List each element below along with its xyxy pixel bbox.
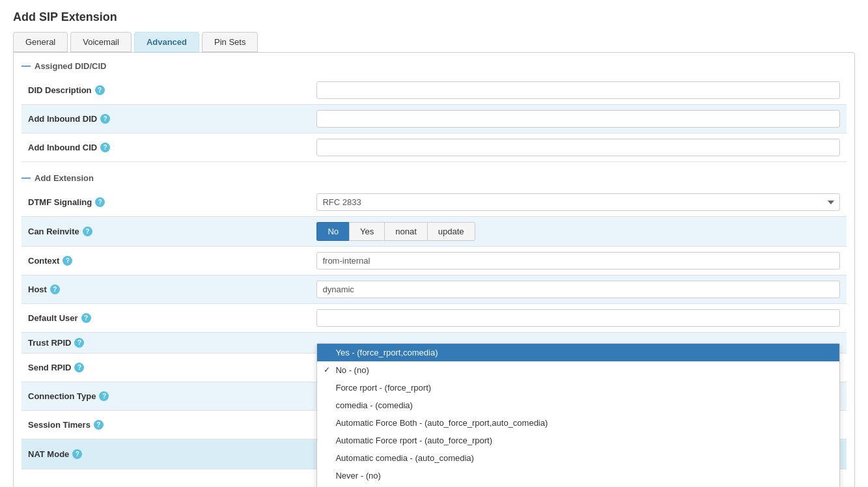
add-inbound-cid-help-icon[interactable]: ? [100,143,110,152]
dropdown-label-4: Automatic Force Both - (auto_force_rport… [335,418,548,428]
table-row: Default User ? [21,304,847,333]
can-reinvite-nonat-btn[interactable]: nonat [384,222,427,241]
can-reinvite-btngroup: No Yes nonat update [316,222,840,241]
table-row: Add Inbound DID ? [21,105,847,133]
add-extension-table: DTMF Signaling ? RFC 2833 [21,188,847,469]
dtmf-select[interactable]: RFC 2833 [316,193,840,211]
can-reinvite-yes-btn[interactable]: Yes [349,222,384,241]
session-timers-help-icon[interactable]: ? [94,420,104,430]
dropdown-item-7[interactable]: Never - (no) [317,467,839,484]
trust-rpid-row: Trust RPID ? Yes - (force_rport,comedia) [21,333,847,354]
dropdown-label-2: Force rport - (force_rport) [335,383,431,393]
can-reinvite-label: Can Reinvite ? [21,217,310,247]
assigned-did-table: DID Description ? Add Inbound DID [21,76,847,162]
context-help-icon[interactable]: ? [63,256,72,266]
table-row: DTMF Signaling ? RFC 2833 [21,188,847,217]
table-row: Add Inbound CID ? [21,133,847,162]
trust-rpid-dropdown: Yes - (force_rport,comedia) ✓ No - (no) … [316,343,840,488]
did-description-input[interactable] [316,81,840,99]
add-extension-header: — Add Extension [21,173,847,183]
dropdown-label-5: Automatic Force rport - (auto_force_rpor… [335,436,492,445]
trust-rpid-cell: Yes - (force_rport,comedia) ✓ No - (no) … [310,333,847,354]
collapse-did-icon[interactable]: — [21,61,31,71]
table-row: Host ? [21,275,847,304]
dropdown-item-2[interactable]: Force rport - (force_rport) [317,379,839,397]
dropdown-label-1: No - (no) [335,365,369,375]
context-input[interactable] [316,252,840,270]
can-reinvite-cell: No Yes nonat update [310,217,847,247]
dropdown-item-5[interactable]: Automatic Force rport - (auto_force_rpor… [317,432,839,449]
connection-type-label: Connection Type ? [21,382,310,411]
add-inbound-did-cell [310,105,847,133]
add-extension-section: — Add Extension DTMF Signaling ? [21,173,847,469]
dtmf-cell: RFC 2833 [310,188,847,217]
dropdown-label-7: Never - (no) [335,471,380,480]
can-reinvite-no-btn[interactable]: No [316,222,349,241]
dropdown-item-1[interactable]: ✓ No - (no) [317,361,839,379]
tab-general[interactable]: General [13,32,68,52]
send-rpid-label: Send RPID ? [21,354,310,382]
content-area: — Assigned DID/CID DID Description ? [13,52,855,487]
dtmf-help-icon[interactable]: ? [95,197,105,207]
add-inbound-did-label: Add Inbound DID ? [21,105,310,133]
did-description-help-icon[interactable]: ? [95,85,105,95]
dropdown-item-0[interactable]: Yes - (force_rport,comedia) [317,344,839,361]
add-inbound-cid-label: Add Inbound CID ? [21,133,310,162]
host-label: Host ? [21,275,310,304]
default-user-label: Default User ? [21,304,310,333]
default-user-cell [310,304,847,333]
add-inbound-cid-input[interactable] [316,139,840,156]
add-inbound-cid-cell [310,133,847,162]
default-user-input[interactable] [316,309,840,327]
dropdown-item-6[interactable]: Automatic comedia - (auto_comedia) [317,449,839,467]
dropdown-item-4[interactable]: Automatic Force Both - (auto_force_rport… [317,414,839,432]
nat-mode-help-icon[interactable]: ? [72,449,82,459]
page-title: Add SIP Extension [13,10,855,24]
add-inbound-did-input[interactable] [316,110,840,128]
can-reinvite-update-btn[interactable]: update [427,222,475,241]
dropdown-label-6: Automatic comedia - (auto_comedia) [335,453,473,463]
dropdown-label-3: comedia - (comedia) [335,400,413,410]
tab-advanced[interactable]: Advanced [134,32,199,52]
dropdown-check-1: ✓ [324,365,331,374]
default-user-help-icon[interactable]: ? [81,313,91,323]
nat-mode-label: NAT Mode ? [21,439,310,469]
dropdown-item-3[interactable]: comedia - (comedia) [317,397,839,414]
trust-rpid-label: Trust RPID ? [21,333,310,354]
assigned-did-section: — Assigned DID/CID DID Description ? [21,61,847,162]
send-rpid-help-icon[interactable]: ? [74,363,84,372]
tab-pinsets[interactable]: Pin Sets [202,32,258,52]
tab-voicemail[interactable]: Voicemail [70,32,132,52]
tab-bar: General Voicemail Advanced Pin Sets [13,32,855,52]
host-help-icon[interactable]: ? [50,285,60,294]
collapse-extension-icon[interactable]: — [21,173,31,183]
table-row: DID Description ? [21,76,847,105]
dropdown-item-8[interactable]: Route - (force_rport) [317,484,839,488]
page-container: Add SIP Extension General Voicemail Adva… [0,0,868,487]
context-label: Context ? [21,247,310,275]
add-inbound-did-help-icon[interactable]: ? [100,114,110,124]
dtmf-label: DTMF Signaling ? [21,188,310,217]
table-row: Context ? [21,247,847,275]
did-description-label: DID Description ? [21,76,310,105]
did-description-cell [310,76,847,105]
host-cell [310,275,847,304]
context-cell [310,247,847,275]
assigned-did-header: — Assigned DID/CID [21,61,847,71]
assigned-did-title: Assigned DID/CID [35,61,107,71]
trust-rpid-help-icon[interactable]: ? [74,338,84,348]
can-reinvite-help-icon[interactable]: ? [83,227,92,236]
host-input[interactable] [316,281,840,298]
table-row: Can Reinvite ? No Yes nonat update [21,217,847,247]
connection-type-help-icon[interactable]: ? [99,391,109,401]
dropdown-label-0: Yes - (force_rport,comedia) [335,348,438,357]
add-extension-title: Add Extension [35,173,94,183]
session-timers-label: Session Timers ? [21,411,310,439]
